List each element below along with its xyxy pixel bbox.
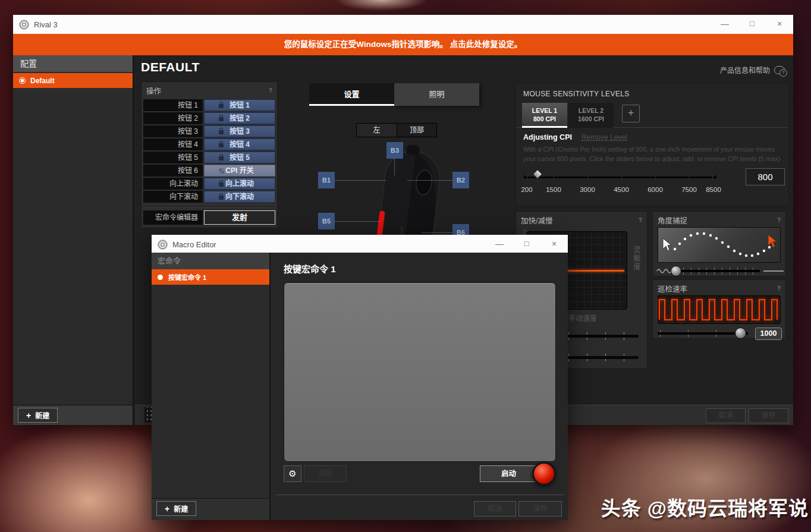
polling-rate-knob[interactable] bbox=[735, 328, 746, 339]
cpi-slider-track[interactable] bbox=[526, 177, 715, 178]
macro-settings-button[interactable]: ⚙ bbox=[284, 465, 301, 482]
binding-scroll-down[interactable]: 向下滚动 bbox=[204, 191, 275, 203]
help-bubble-icon bbox=[774, 66, 785, 74]
screen: Rival 3 — □ × 您的鼠标设定正在受Windows指针选项影响。 点击… bbox=[0, 0, 811, 532]
macro-start-button[interactable]: 启动 bbox=[480, 465, 537, 482]
product-help-link[interactable]: 产品信息和帮助 bbox=[720, 65, 785, 75]
binding-button-1[interactable]: 按钮 1 bbox=[204, 99, 275, 111]
cancel-button[interactable]: 取消 bbox=[706, 408, 746, 423]
save-button[interactable]: 保存 bbox=[749, 408, 788, 423]
remove-level-link[interactable]: Remove Level bbox=[581, 133, 627, 141]
plus-icon: + bbox=[26, 411, 31, 420]
gear-icon: ⚙ bbox=[288, 468, 296, 479]
lock-icon bbox=[219, 196, 224, 200]
cpi-level-2-tab[interactable]: LEVEL 2 1600 CPI bbox=[568, 103, 614, 128]
button-binding-list: 按钮 1 按钮 1 按钮 2 按钮 2 按钮 3 按钮 3 按钮 4 按钮 4 … bbox=[142, 99, 277, 203]
macro-main: 按键宏命令 1 ⚙ 清除 启动 取消 保存 bbox=[272, 253, 568, 520]
angle-snapping-slider-track[interactable] bbox=[673, 270, 760, 272]
polling-rate-graph bbox=[658, 295, 781, 324]
angle-snapping-graph bbox=[658, 227, 781, 263]
macro-content-area[interactable] bbox=[284, 282, 556, 462]
macro-list-header: 宏命令 bbox=[152, 253, 269, 269]
mouse-button-b5[interactable]: B5 bbox=[318, 213, 335, 229]
tab-lighting[interactable]: 照明 bbox=[394, 83, 479, 106]
help-icon[interactable]: ? bbox=[639, 217, 642, 223]
sensitivity-title: MOUSE SENSITIVITY LEVELS bbox=[516, 84, 788, 103]
binding-button-5[interactable]: 按钮 5 bbox=[204, 152, 275, 163]
minimize-icon[interactable]: — bbox=[711, 15, 738, 34]
close-icon[interactable]: × bbox=[766, 15, 793, 34]
config-sidebar: 配置 Default + 新建 bbox=[13, 55, 134, 425]
view-top-button[interactable]: 顶部 bbox=[397, 124, 436, 137]
orange-cursor-icon bbox=[768, 235, 777, 247]
macro-window-controls: — □ × bbox=[486, 235, 568, 254]
watermark-text: 头条 @数码云瑞将军说 bbox=[601, 493, 809, 521]
maximize-icon[interactable]: □ bbox=[738, 15, 766, 34]
view-left-button[interactable]: 左 bbox=[357, 124, 397, 137]
macro-titlebar: Macro Editor — □ × bbox=[152, 235, 568, 254]
binding-row-label: 按钮 6 bbox=[143, 165, 203, 177]
binding-button-3[interactable]: 按钮 3 bbox=[204, 125, 275, 137]
config-header: 配置 bbox=[13, 55, 133, 72]
adjusting-cpi-title: Adjusting CPI bbox=[523, 133, 572, 141]
cpi-description: With a CPI (Counts Per Inch) setting of … bbox=[516, 141, 788, 163]
lock-icon bbox=[219, 156, 224, 160]
config-item-label: Default bbox=[30, 77, 55, 85]
polling-rate-value[interactable]: 1000 bbox=[755, 328, 782, 340]
record-button[interactable] bbox=[532, 462, 556, 486]
macro-window-title: Macro Editor bbox=[172, 240, 216, 249]
b3-line bbox=[394, 159, 395, 175]
lock-icon bbox=[219, 130, 224, 134]
mouse-button-b1[interactable]: B1 bbox=[318, 172, 335, 188]
cpi-slider-zone: 800 200 1500 3000 4500 6000 7500 8500 bbox=[516, 163, 788, 200]
binding-row-label: 按钮 3 bbox=[143, 125, 203, 137]
window-title: Rival 3 bbox=[34, 20, 58, 29]
minimize-icon[interactable]: — bbox=[486, 235, 513, 254]
cpi-tick-labels: 200 1500 3000 4500 6000 7500 8500 bbox=[516, 186, 788, 196]
close-icon[interactable]: × bbox=[540, 235, 568, 254]
b6-line bbox=[422, 232, 452, 233]
macro-list-item[interactable]: 按键宏命令 1 bbox=[152, 269, 269, 285]
new-config-button[interactable]: + 新建 bbox=[18, 408, 58, 423]
macro-heading: 按键宏命令 1 bbox=[284, 262, 336, 275]
sensitivity-panel: MOUSE SENSITIVITY LEVELS LEVEL 1 800 CPI… bbox=[515, 83, 789, 206]
acceleration-title: 加快/减慢 bbox=[521, 215, 552, 226]
b2-line bbox=[407, 180, 452, 181]
plus-icon: + bbox=[165, 504, 169, 514]
macro-sidebar: 宏命令 按键宏命令 1 + 新建 bbox=[152, 253, 271, 520]
divider bbox=[275, 495, 564, 495]
angle-snapping-knob[interactable] bbox=[671, 266, 681, 276]
windows-pointer-warning-banner[interactable]: 您的鼠标设定正在受Windows指针选项影响。 点击此处修复设定。 bbox=[13, 34, 793, 55]
help-icon[interactable]: ? bbox=[777, 217, 781, 223]
cpi-value-box[interactable]: 800 bbox=[746, 168, 785, 185]
straight-line-icon bbox=[763, 270, 784, 272]
polling-rate-panel: 巡检速率 ? 1000 bbox=[652, 279, 786, 339]
active-macro-dot-icon bbox=[158, 275, 163, 280]
sidebar-item-default[interactable]: Default bbox=[13, 73, 133, 88]
binding-button-2[interactable]: 按钮 2 bbox=[204, 112, 275, 124]
binding-button-4[interactable]: 按钮 4 bbox=[204, 138, 275, 150]
actions-panel: 操作 ? 按钮 1 按钮 1 按钮 2 按钮 2 按钮 3 按钮 3 按钮 4 … bbox=[141, 81, 278, 228]
mouse-button-b3[interactable]: B3 bbox=[386, 142, 403, 159]
help-icon[interactable]: ? bbox=[269, 87, 272, 94]
mouse-button-b2[interactable]: B2 bbox=[452, 172, 469, 188]
binding-row-label: 按钮 2 bbox=[143, 112, 203, 124]
binding-row-label: 向下滚动 bbox=[143, 191, 203, 203]
maximize-icon[interactable]: □ bbox=[513, 235, 540, 254]
macro-clear-button[interactable]: 清除 bbox=[304, 465, 347, 482]
tab-settings[interactable]: 设置 bbox=[309, 83, 394, 106]
help-icon[interactable]: ? bbox=[777, 285, 781, 292]
steelseries-logo-icon bbox=[158, 240, 168, 250]
cpi-level-1-tab[interactable]: LEVEL 1 800 CPI bbox=[522, 103, 567, 128]
launch-button[interactable]: 发射 bbox=[204, 210, 275, 225]
binding-button-6[interactable]: CPI 开关 bbox=[204, 165, 275, 177]
macro-cancel-button[interactable]: 取消 bbox=[474, 501, 516, 517]
add-cpi-level-button[interactable]: + bbox=[622, 105, 640, 122]
binding-row-label: 按钮 4 bbox=[143, 138, 203, 150]
new-macro-button[interactable]: + 新建 bbox=[156, 501, 196, 516]
macro-save-button[interactable]: 保存 bbox=[518, 501, 562, 517]
active-config-radio-icon bbox=[19, 77, 26, 84]
lock-icon bbox=[219, 117, 224, 121]
binding-scroll-up[interactable]: 向上滚动 bbox=[204, 178, 275, 190]
macro-editor-label: 宏命令编辑器 bbox=[143, 210, 203, 225]
